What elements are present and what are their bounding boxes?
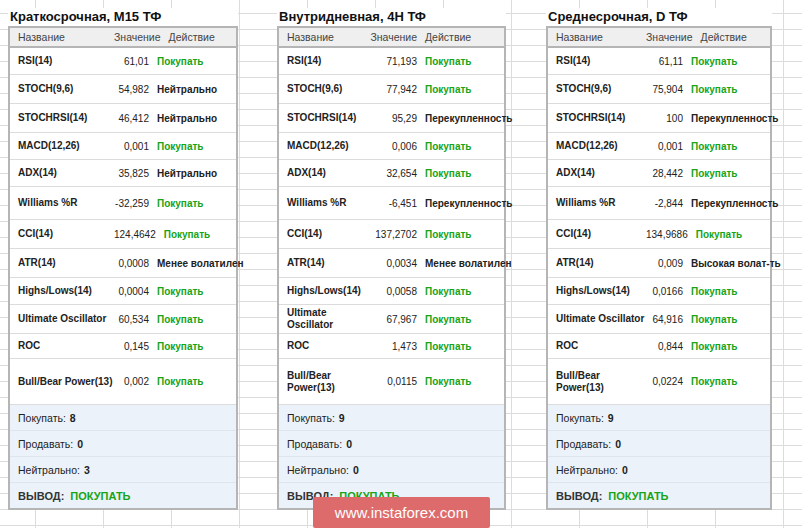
indicator-value: 28,442	[646, 168, 683, 179]
indicator-value: 64,916	[646, 314, 683, 325]
indicator-action-signal: Покупать	[149, 286, 233, 297]
indicator-name: Williams %R	[18, 197, 114, 209]
indicator-action-signal: Покупать	[683, 341, 767, 352]
indicator-value: 124,4642	[114, 229, 156, 240]
indicator-value: 67,967	[363, 314, 417, 325]
summary-label: Продавать:	[287, 438, 342, 450]
indicator-value: 0,145	[114, 341, 149, 352]
indicator-row: STOCHRSI(14)95,29Перекупленность	[279, 104, 504, 133]
indicator-name: Ultimate Oscillator	[556, 313, 646, 325]
indicator-row: Ultimate Oscillator67,967Покупать	[279, 305, 504, 334]
indicator-action-signal: Покупать	[683, 376, 767, 387]
summary-label: Продавать:	[556, 438, 611, 450]
indicator-name: STOCH(9,6)	[18, 83, 114, 95]
indicator-action-signal: Перекупленность	[417, 198, 501, 209]
indicator-name: ROC	[556, 340, 646, 352]
summary-neutral-row: Нейтрально:0	[279, 457, 504, 483]
indicator-row: Bull/Bear Power(13)0,002Покупать	[10, 359, 236, 405]
conclusion-value: ПОКУПАТЬ	[70, 490, 130, 502]
indicator-row: Williams %R-32,259Покупать	[10, 187, 236, 220]
indicator-row: ATR(14)0,0008Менее волатилен	[10, 249, 236, 278]
indicator-row: Williams %R-2,844Перекупленность	[548, 187, 770, 220]
table-header-row: НазваниеЗначениеДействие	[548, 28, 770, 48]
summary-count: 9	[339, 412, 345, 424]
indicator-value: 134,9686	[646, 229, 688, 240]
indicator-action-signal: Нейтрально	[149, 84, 233, 95]
indicator-name: ATR(14)	[18, 257, 114, 269]
indicator-action-signal: Покупать	[683, 168, 767, 179]
col-header-action: Действие	[161, 31, 245, 43]
summary-count: 8	[70, 412, 76, 424]
indicator-name: ATR(14)	[556, 257, 646, 269]
indicator-value: 35,825	[114, 168, 149, 179]
watermark-url[interactable]: www.instaforex.com	[335, 504, 468, 521]
conclusion-label: ВЫВОД:	[18, 490, 64, 502]
indicator-name: Bull/Bear Power(13)	[556, 370, 646, 394]
indicator-action-signal: Покупать	[417, 56, 501, 67]
summary-count: 0	[353, 464, 359, 476]
col-header-value: Значение	[363, 31, 417, 43]
col-header-value: Значение	[114, 31, 161, 43]
summary-label: Нейтрально:	[556, 464, 618, 476]
col-header-name: Название	[287, 31, 363, 43]
indicator-value: 61,01	[114, 56, 149, 67]
indicator-value: -2,844	[646, 198, 683, 209]
indicator-action-signal: Покупать	[688, 229, 772, 240]
summary-buy-row: Покупать:8	[10, 405, 236, 431]
indicator-value: 54,982	[114, 84, 149, 95]
indicator-value: 0,0224	[646, 376, 683, 387]
indicator-name: RSI(14)	[18, 55, 114, 67]
indicator-name: Bull/Bear Power(13)	[287, 370, 363, 394]
conclusion-value: ПОКУПАТЬ	[608, 490, 668, 502]
indicator-value: 60,534	[114, 314, 149, 325]
indicator-action-signal: Покупать	[149, 341, 233, 352]
technical-analysis-sheet: Краткосрочная, М15 ТФНазваниеЗначениеДей…	[0, 0, 802, 528]
indicator-action-signal: Покупать	[683, 84, 767, 95]
indicator-name: STOCH(9,6)	[556, 83, 646, 95]
indicator-row: Highs/Lows(14)0,0058Покупать	[279, 278, 504, 305]
indicator-action-signal: Покупать	[149, 314, 233, 325]
indicator-action-signal: Покупать	[149, 141, 233, 152]
indicator-value: 0,001	[646, 141, 683, 152]
indicator-action-signal: Менее волатилен	[149, 258, 233, 269]
summary-block: Покупать:8Продавать:0Нейтрально:3ВЫВОД:П…	[10, 405, 236, 508]
indicator-row: CCI(14)124,4642Покупать	[10, 220, 236, 249]
indicator-row: Bull/Bear Power(13)0,0115Покупать	[279, 359, 504, 405]
indicator-name: ATR(14)	[287, 257, 363, 269]
indicator-value: 0,009	[646, 258, 683, 269]
indicator-value: 46,412	[114, 113, 149, 124]
indicator-value: 61,11	[646, 56, 683, 67]
indicator-action-signal: Покупать	[417, 229, 501, 240]
indicator-row: ADX(14)32,654Покупать	[279, 160, 504, 187]
indicator-row: ATR(14)0,0034Менее волатилен	[279, 249, 504, 278]
table-title: Среднесрочная, D ТФ	[546, 8, 772, 26]
summary-count: 0	[77, 438, 83, 450]
indicator-row: Highs/Lows(14)0,0004Покупать	[10, 278, 236, 305]
summary-label: Продавать:	[18, 438, 73, 450]
indicator-name: CCI(14)	[287, 228, 363, 240]
indicator-name: STOCHRSI(14)	[18, 112, 114, 124]
instaforex-watermark-banner[interactable]: www.instaforex.com	[313, 497, 490, 528]
indicator-action-signal: Покупать	[417, 168, 501, 179]
indicator-row: MACD(12,26)0,001Покупать	[10, 133, 236, 160]
indicator-row: Highs/Lows(14)0,0166Покупать	[548, 278, 770, 305]
indicator-row: STOCH(9,6)75,904Покупать	[548, 75, 770, 104]
indicator-value: 71,193	[363, 56, 417, 67]
summary-count: 0	[346, 438, 352, 450]
col-header-name: Название	[18, 31, 114, 43]
indicator-row: CCI(14)137,2702Покупать	[279, 220, 504, 249]
indicator-value: 0,0166	[646, 286, 683, 297]
indicator-value: 0,844	[646, 341, 683, 352]
table-title: Краткосрочная, М15 ТФ	[8, 8, 238, 26]
summary-label: Покупать:	[287, 412, 335, 424]
indicator-row: STOCHRSI(14)100Перекупленность	[548, 104, 770, 133]
summary-label: Покупать:	[556, 412, 604, 424]
col-header-name: Название	[556, 31, 646, 43]
indicator-name: ROC	[287, 340, 363, 352]
indicator-value: 0,0008	[114, 258, 149, 269]
indicator-row: RSI(14)61,01Покупать	[10, 48, 236, 75]
indicator-name: Highs/Lows(14)	[556, 285, 646, 297]
indicator-action-signal: Покупать	[417, 286, 501, 297]
indicator-value: 0,0115	[363, 376, 417, 387]
summary-count: 0	[615, 438, 621, 450]
